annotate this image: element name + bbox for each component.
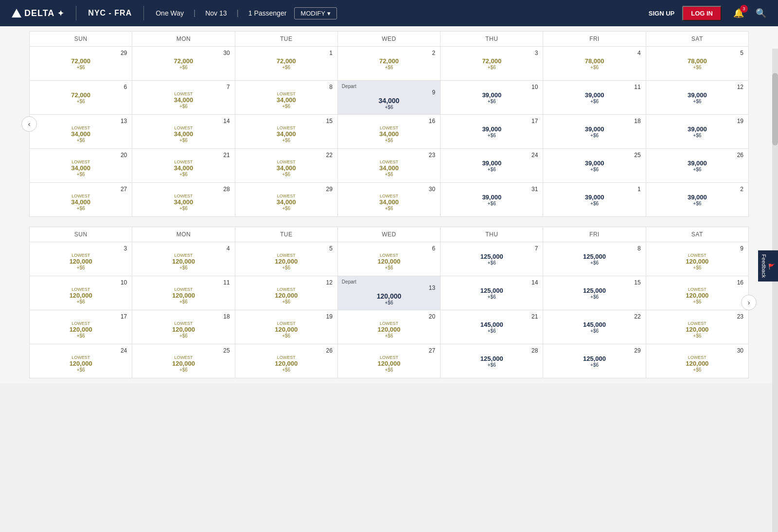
calendar-cell[interactable]: 24 39,000 +$6 <box>441 149 543 183</box>
calendar-cell[interactable]: 18 39,000 +$6 <box>543 115 646 149</box>
calendar-cell[interactable]: 22 LOWEST 34,000 +$6 <box>235 149 337 183</box>
price-amount: 34,000 <box>340 198 438 206</box>
calendar-cell[interactable]: 5 LOWEST 120,000 +$6 <box>235 242 337 276</box>
calendar-cell[interactable]: 7 125,000 +$6 <box>441 242 543 276</box>
calendar-cell[interactable]: 15 LOWEST 34,000 +$6 <box>235 115 337 149</box>
calendar-cell[interactable]: 2 39,000 +$6 <box>646 183 748 217</box>
calendar-cell[interactable]: 10 LOWEST 120,000 +$6 <box>30 276 132 310</box>
calendar-cell[interactable]: 6 LOWEST 120,000 +$6 <box>337 242 440 276</box>
calendar-cell[interactable]: 11 LOWEST 120,000 +$6 <box>132 276 235 310</box>
calendar-cell[interactable]: 28 LOWEST 34,000 +$6 <box>132 183 235 217</box>
calendar-cell[interactable]: 30 72,000 +$6 <box>132 47 235 81</box>
calendar-cell[interactable]: 6 72,000 +$6 <box>30 81 132 115</box>
scrollbar-thumb[interactable] <box>772 73 778 145</box>
calendar-cell[interactable]: 16 LOWEST 34,000 +$6 <box>337 115 440 149</box>
price-label: LOWEST <box>648 321 746 326</box>
calendar-row: 27 LOWEST 34,000 +$6 28 LOWEST 34,000 +$… <box>30 183 749 217</box>
calendar-cell[interactable]: 12 39,000 +$6 <box>646 81 748 115</box>
price-amount: 120,000 <box>237 326 336 333</box>
calendar-cell[interactable]: 14 125,000 +$6 <box>441 276 543 310</box>
calendar-cell[interactable]: 16 LOWEST 120,000 +$6 <box>646 276 748 310</box>
calendar-cell[interactable]: 30 LOWEST 120,000 +$6 <box>646 344 748 378</box>
price-amount: 120,000 <box>237 360 336 367</box>
calendar-cell[interactable]: 9 LOWEST 120,000 +$6 <box>646 242 748 276</box>
calendar-cell[interactable]: 19 LOWEST 120,000 +$6 <box>235 310 337 344</box>
calendar-cell[interactable]: 29 72,000 +$6 <box>30 47 132 81</box>
calendar-cell[interactable]: 4 78,000 +$6 <box>543 47 646 81</box>
price-amount: 120,000 <box>340 360 438 367</box>
day-number: 15 <box>545 279 643 286</box>
modify-button[interactable]: MODIFY ▾ <box>294 7 337 19</box>
price-tax: +$6 <box>442 167 541 172</box>
calendar-cell[interactable]: 7 LOWEST 34,000 +$6 <box>132 81 235 115</box>
calendar-cell[interactable]: 13 LOWEST 34,000 +$6 <box>30 115 132 149</box>
prev-month-button[interactable]: ‹ <box>21 116 37 132</box>
calendar-cell[interactable]: 26 39,000 +$6 <box>646 149 748 183</box>
calendar-cell[interactable]: 15 125,000 +$6 <box>543 276 646 310</box>
day-number: 22 <box>237 152 336 159</box>
calendar-cell[interactable]: 31 39,000 +$6 <box>441 183 543 217</box>
calendar-cell[interactable]: 25 39,000 +$6 <box>543 149 646 183</box>
calendar-cell[interactable]: 30 LOWEST 34,000 +$6 <box>337 183 440 217</box>
calendar-1: ‹ SUNMONTUEWEDTHUFRISAT 29 72,000 +$6 30… <box>29 31 749 217</box>
feedback-button[interactable]: 🚩 Feedback <box>758 250 778 282</box>
signup-button[interactable]: SIGN UP <box>649 10 674 17</box>
calendar-cell[interactable]: 21 LOWEST 34,000 +$6 <box>132 149 235 183</box>
price-tax: +$6 <box>648 133 746 138</box>
calendar-cell[interactable]: 17 LOWEST 120,000 +$6 <box>30 310 132 344</box>
calendar-cell[interactable]: 1 72,000 +$6 <box>235 47 337 81</box>
day-number: 29 <box>32 50 130 56</box>
calendar-cell[interactable]: 5 78,000 +$6 <box>646 47 748 81</box>
calendar-cell[interactable]: 3 72,000 +$6 <box>441 47 543 81</box>
calendar-cell[interactable]: 27 LOWEST 34,000 +$6 <box>30 183 132 217</box>
calendar-cell[interactable]: 24 LOWEST 120,000 +$6 <box>30 344 132 378</box>
day-number: 10 <box>442 84 541 90</box>
scrollbar[interactable] <box>772 49 778 532</box>
calendar-cell[interactable]: 28 125,000 +$6 <box>441 344 543 378</box>
login-button[interactable]: LOG IN <box>682 6 722 21</box>
notifications-bell[interactable]: 🔔 3 <box>733 8 744 18</box>
price-amount: 120,000 <box>648 360 746 367</box>
calendar-cell[interactable]: 1 39,000 +$6 <box>543 183 646 217</box>
calendar-cell[interactable]: 12 LOWEST 120,000 +$6 <box>235 276 337 310</box>
calendar-row: 3 LOWEST 120,000 +$6 4 LOWEST 120,000 +$… <box>30 242 749 276</box>
calendar-cell[interactable]: 18 LOWEST 120,000 +$6 <box>132 310 235 344</box>
calendar-cell[interactable]: 14 LOWEST 34,000 +$6 <box>132 115 235 149</box>
calendar-cell[interactable]: 17 39,000 +$6 <box>441 115 543 149</box>
price-tax: +$6 <box>648 299 746 304</box>
calendar-cell[interactable]: 25 LOWEST 120,000 +$6 <box>132 344 235 378</box>
calendar-cell[interactable]: 2 72,000 +$6 <box>337 47 440 81</box>
delta-logo[interactable]: DELTA ✦ <box>12 8 64 18</box>
price-amount: 39,000 <box>648 91 746 99</box>
feedback-panel[interactable]: 🚩 Feedback <box>758 250 778 282</box>
passengers: 1 Passenger <box>248 9 287 17</box>
calendar-cell[interactable]: 11 39,000 +$6 <box>543 81 646 115</box>
calendar-cell[interactable]: 4 LOWEST 120,000 +$6 <box>132 242 235 276</box>
price-amount: 34,000 <box>32 198 130 206</box>
next-month-button[interactable]: › <box>741 295 757 310</box>
calendar-cell[interactable]: 20 LOWEST 120,000 +$6 <box>337 310 440 344</box>
calendar-cell[interactable]: 21 145,000 +$6 <box>441 310 543 344</box>
search-icon[interactable]: 🔍 <box>756 8 766 18</box>
calendar-cell[interactable]: 26 LOWEST 120,000 +$6 <box>235 344 337 378</box>
calendar-cell[interactable]: 22 145,000 +$6 <box>543 310 646 344</box>
price-tax: +$6 <box>237 367 336 372</box>
calendar-cell[interactable]: 10 39,000 +$6 <box>441 81 543 115</box>
calendar-cell[interactable]: Depart 9 34,000 +$6 <box>337 81 440 115</box>
calendar-cell[interactable]: Depart 13 120,000 +$6 <box>337 276 440 310</box>
calendar-cell[interactable]: 8 125,000 +$6 <box>543 242 646 276</box>
calendar-cell[interactable]: 23 LOWEST 34,000 +$6 <box>337 149 440 183</box>
calendar-cell[interactable]: 23 LOWEST 120,000 +$6 <box>646 310 748 344</box>
price-label: LOWEST <box>340 160 438 164</box>
day-number: 24 <box>442 152 541 159</box>
calendar-1-header-row: SUNMONTUEWEDTHUFRISAT <box>30 32 749 47</box>
calendar-cell[interactable]: 19 39,000 +$6 <box>646 115 748 149</box>
day-number: 7 <box>134 84 232 90</box>
calendar-cell[interactable]: 29 LOWEST 34,000 +$6 <box>235 183 337 217</box>
calendar-cell[interactable]: 8 LOWEST 34,000 +$6 <box>235 81 337 115</box>
price-tax: +$6 <box>648 367 746 372</box>
calendar-cell[interactable]: 29 125,000 +$6 <box>543 344 646 378</box>
calendar-cell[interactable]: 20 LOWEST 34,000 +$6 <box>30 149 132 183</box>
calendar-cell[interactable]: 27 LOWEST 120,000 +$6 <box>337 344 440 378</box>
calendar-cell[interactable]: 3 LOWEST 120,000 +$6 <box>30 242 132 276</box>
